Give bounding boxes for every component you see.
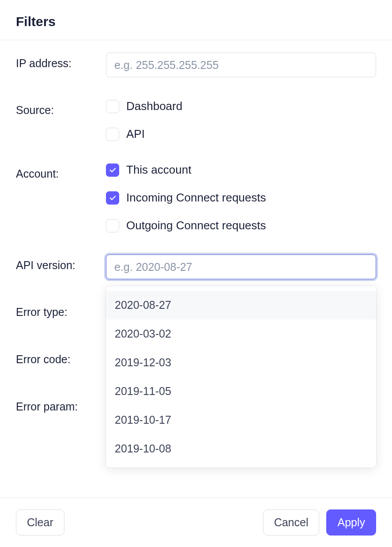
checkbox-label: Incoming Connect requests	[126, 191, 266, 205]
clear-button[interactable]: Clear	[16, 509, 64, 536]
api-version-input[interactable]	[106, 255, 376, 279]
checkbox-label: This account	[126, 163, 191, 177]
source-label: Source:	[16, 99, 106, 117]
dropdown-item[interactable]: 2019-11-05	[106, 377, 376, 406]
checkbox-label: API	[126, 127, 145, 141]
filters-content: IP address: Source: Dashboard API	[0, 40, 392, 413]
checkbox-account-incoming[interactable]: Incoming Connect requests	[106, 191, 376, 205]
filters-header: Filters	[0, 0, 392, 40]
field-account: Account: This account Incoming Connect r…	[16, 163, 376, 232]
dropdown-item[interactable]: 2019-10-17	[106, 406, 376, 434]
account-label: Account:	[16, 163, 106, 180]
dropdown-item[interactable]: 2019-10-08	[106, 434, 376, 463]
filters-footer: Clear Cancel Apply	[0, 498, 392, 547]
checkbox-account-this[interactable]: This account	[106, 163, 376, 177]
ip-address-input[interactable]	[106, 53, 376, 77]
field-source: Source: Dashboard API	[16, 99, 376, 141]
field-api-version: API version: 2020-08-27 2020-03-02 2019-…	[16, 255, 376, 279]
checkbox-box	[106, 163, 119, 177]
checkbox-box	[106, 191, 119, 205]
checkbox-label: Dashboard	[126, 99, 182, 113]
checkbox-account-outgoing[interactable]: Outgoing Connect requests	[106, 219, 376, 232]
check-icon	[109, 194, 117, 202]
apply-button[interactable]: Apply	[326, 509, 376, 536]
checkbox-source-dashboard[interactable]: Dashboard	[106, 99, 376, 113]
dropdown-item[interactable]: 2020-08-27	[106, 291, 376, 319]
api-version-dropdown: 2020-08-27 2020-03-02 2019-12-03 2019-11…	[106, 286, 376, 467]
dropdown-item[interactable]: 2019-12-03	[106, 348, 376, 377]
field-ip-address: IP address:	[16, 53, 376, 77]
cancel-button[interactable]: Cancel	[263, 509, 320, 536]
error-type-label: Error type:	[16, 301, 106, 319]
checkbox-box	[106, 219, 119, 232]
api-version-label: API version:	[16, 255, 106, 272]
error-code-label: Error code:	[16, 349, 106, 366]
dropdown-item[interactable]: 2020-03-02	[106, 319, 376, 348]
checkbox-box	[106, 100, 119, 113]
checkbox-box	[106, 128, 119, 141]
page-title: Filters	[16, 14, 376, 29]
checkbox-source-api[interactable]: API	[106, 127, 376, 141]
ip-address-label: IP address:	[16, 53, 106, 70]
error-param-label: Error param:	[16, 396, 106, 413]
checkbox-label: Outgoing Connect requests	[126, 219, 266, 232]
check-icon	[109, 166, 117, 174]
